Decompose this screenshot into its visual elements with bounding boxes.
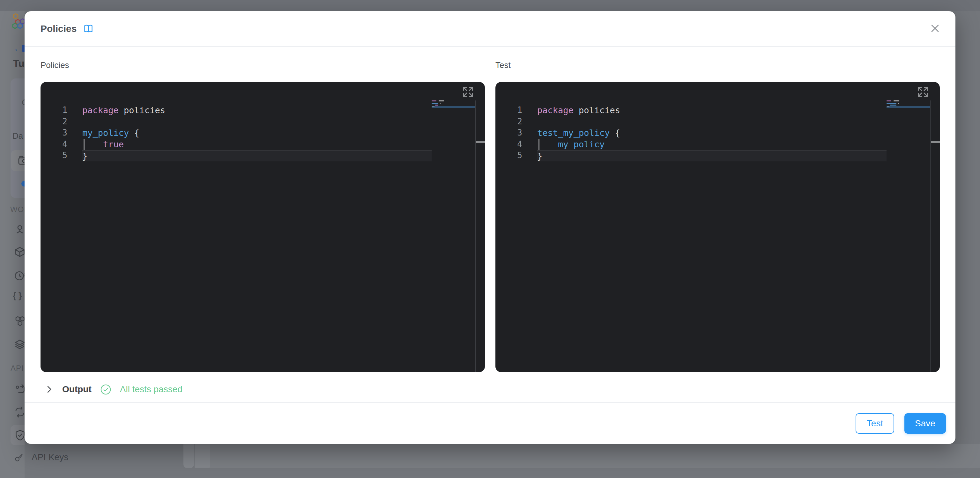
- app-sidebar: ← Tu C Da WOR { }: [0, 11, 25, 478]
- chevron-right-icon[interactable]: [46, 385, 52, 394]
- code-line[interactable]: 3my_policy {: [40, 127, 485, 139]
- code-line[interactable]: 2: [40, 116, 485, 127]
- key-icon: [14, 453, 24, 462]
- code-line[interactable]: 5}: [495, 150, 940, 161]
- braces-icon[interactable]: { }: [13, 291, 24, 302]
- line-number: 4: [495, 139, 522, 150]
- modal-title: Policies: [40, 23, 76, 34]
- relationships-icon[interactable]: [14, 223, 25, 235]
- policies-modal: Policies Policies 1package policies23my_…: [25, 11, 955, 444]
- policy-section-label: Policies: [40, 60, 485, 70]
- workspace-section-label: WOR: [10, 205, 25, 214]
- line-number: 4: [40, 139, 67, 150]
- tutorial-card[interactable]: [11, 150, 25, 171]
- camera-icon: [18, 156, 25, 165]
- line-number: 2: [495, 116, 522, 127]
- app-top-bar: [0, 0, 980, 11]
- tutorial-text-fragment: C: [22, 98, 25, 108]
- test-section-label: Test: [495, 60, 940, 70]
- code-line[interactable]: 2: [495, 116, 940, 127]
- code-line[interactable]: 5}: [40, 150, 485, 161]
- sidebar-item-api-keys[interactable]: API Keys: [14, 452, 68, 462]
- test-button[interactable]: Test: [856, 413, 894, 434]
- layers-icon[interactable]: [14, 339, 25, 350]
- code-line[interactable]: 1package policies: [495, 105, 940, 116]
- line-number: 3: [40, 127, 67, 139]
- modal-header: Policies: [25, 11, 955, 46]
- editor-minimap[interactable]: [886, 100, 930, 108]
- api-section-label: API: [11, 364, 24, 373]
- back-arrow-icon: ←: [13, 44, 22, 53]
- line-number: 2: [40, 116, 67, 127]
- test-code-editor[interactable]: 1package policies23test_my_policy {4 my_…: [495, 82, 940, 372]
- docs-book-icon[interactable]: [84, 24, 93, 33]
- expand-editor-icon[interactable]: [917, 86, 929, 98]
- line-number: 5: [495, 150, 522, 161]
- test-column: Test 1package policies23test_my_policy {…: [495, 60, 940, 372]
- policy-code-editor[interactable]: 1package policies23my_policy {4 true5}: [40, 82, 485, 372]
- minimap-border: [930, 100, 931, 372]
- code-line[interactable]: 4 true: [40, 139, 485, 150]
- policy-column: Policies 1package policies23my_policy {4…: [40, 60, 485, 372]
- back-link[interactable]: ←: [13, 44, 22, 54]
- sidebar-item-label: API Keys: [32, 452, 68, 462]
- modal-footer: Test Save: [25, 403, 955, 444]
- back-link-text-fragment: [22, 45, 25, 52]
- sidebar-item-policies-active[interactable]: [11, 425, 25, 445]
- tutorial-text-fragment-2: Da: [13, 131, 23, 141]
- tutorial-step-dot: [21, 181, 25, 187]
- save-button[interactable]: Save: [904, 413, 946, 434]
- code-line[interactable]: 4 my_policy: [495, 139, 940, 150]
- check-circle-icon: [100, 384, 111, 395]
- overview-ruler-cursor-marker[interactable]: [476, 141, 485, 143]
- code-lines[interactable]: 1package policies23test_my_policy {4 my_…: [495, 105, 940, 161]
- package-icon[interactable]: [14, 246, 25, 258]
- close-icon[interactable]: [926, 19, 944, 37]
- hexagons-icon[interactable]: [14, 316, 25, 327]
- sync-icon[interactable]: [14, 406, 25, 418]
- overview-ruler-cursor-marker[interactable]: [931, 141, 940, 143]
- share-icon[interactable]: [14, 383, 25, 394]
- history-clock-icon[interactable]: [14, 270, 25, 281]
- tests-status-text: All tests passed: [120, 384, 183, 394]
- code-line[interactable]: 1package policies: [40, 105, 485, 116]
- editor-minimap[interactable]: [432, 100, 475, 108]
- code-lines[interactable]: 1package policies23my_policy {4 true5}: [40, 105, 485, 161]
- output-row: Output All tests passed: [46, 381, 940, 398]
- line-number: 1: [40, 105, 67, 116]
- minimap-border: [475, 100, 476, 372]
- shield-check-icon: [15, 430, 25, 441]
- page-heading-fragment: Tu: [13, 58, 25, 70]
- background-card-edge: [183, 444, 194, 468]
- app-logo-hexagons: [12, 13, 25, 30]
- line-number: 3: [495, 127, 522, 139]
- background-content-edge: [210, 444, 980, 468]
- output-label[interactable]: Output: [62, 384, 92, 394]
- expand-editor-icon[interactable]: [462, 86, 474, 98]
- background-panel-edge: [195, 444, 210, 468]
- code-line[interactable]: 3test_my_policy {: [495, 127, 940, 139]
- line-number: 5: [40, 150, 67, 161]
- line-number: 1: [495, 105, 522, 116]
